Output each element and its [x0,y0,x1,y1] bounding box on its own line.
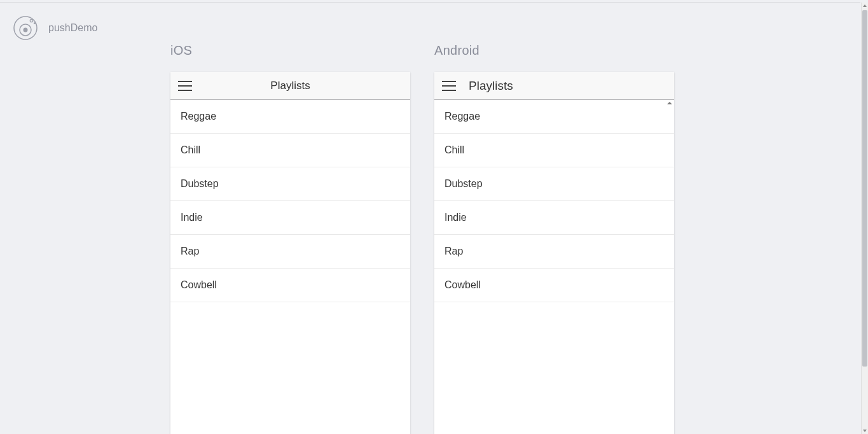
svg-point-3 [30,19,32,22]
scroll-thumb[interactable] [862,10,867,367]
playlist-list-ios[interactable]: Reggae Chill Dubstep Indie Rap Cowbell [170,100,410,434]
toolbar-android: Playlists [434,72,674,100]
toolbar-title-ios: Playlists [178,80,403,92]
scroll-up-arrow-icon [667,102,672,104]
list-item[interactable]: Chill [170,134,410,167]
logo-icon [13,15,38,41]
list-item[interactable]: Indie [434,201,674,235]
columns: iOS Playlists Reggae Chill Dubstep Indie… [170,43,674,434]
device-android: Playlists Reggae Chill Dubstep Indie Rap… [434,72,674,434]
app-header: pushDemo [13,15,97,41]
list-item[interactable]: Dubstep [170,167,410,201]
svg-point-2 [24,28,28,32]
column-label-ios: iOS [170,43,410,58]
list-item[interactable]: Rap [434,235,674,269]
list-item[interactable]: Reggae [170,100,410,134]
page-scrollbar[interactable] [861,3,868,434]
toolbar-title-android: Playlists [469,79,513,93]
toolbar-ios: Playlists [170,72,410,100]
list-item[interactable]: Reggae [434,100,674,134]
list-item[interactable]: Cowbell [170,269,410,302]
column-label-android: Android [434,43,674,58]
column-android: Android Playlists Reggae Chill Dubstep I… [434,43,674,434]
scroll-up-icon[interactable] [863,4,867,7]
menu-icon[interactable] [442,81,456,91]
list-item[interactable]: Chill [434,134,674,167]
list-item[interactable]: Rap [170,235,410,269]
column-ios: iOS Playlists Reggae Chill Dubstep Indie… [170,43,410,434]
app-name: pushDemo [48,22,97,34]
list-item[interactable]: Indie [170,201,410,235]
svg-point-4 [34,22,36,24]
list-item[interactable]: Dubstep [434,167,674,201]
top-divider [0,2,860,3]
playlist-list-android[interactable]: Reggae Chill Dubstep Indie Rap Cowbell [434,100,674,434]
device-ios: Playlists Reggae Chill Dubstep Indie Rap… [170,72,410,434]
scroll-down-icon[interactable] [863,430,867,432]
list-item[interactable]: Cowbell [434,269,674,302]
